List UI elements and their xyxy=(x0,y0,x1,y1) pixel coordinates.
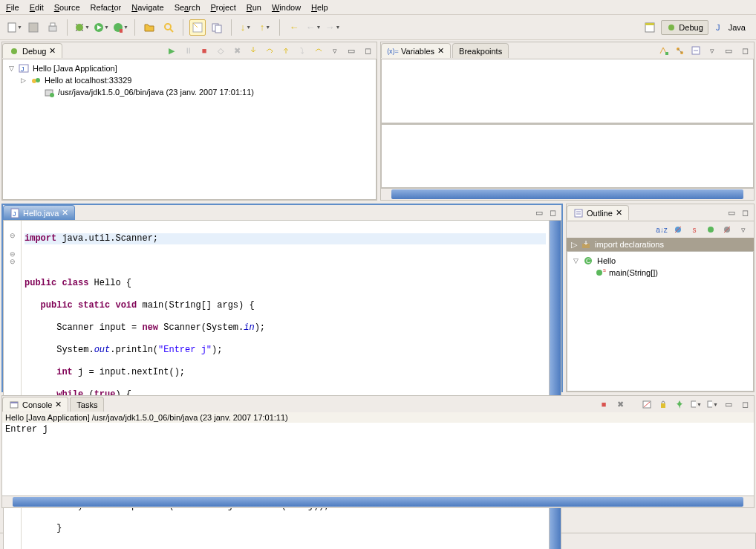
drop-to-frame-button[interactable]: ⤵ xyxy=(296,45,308,56)
hide-static-button[interactable]: s xyxy=(688,224,700,235)
save-button[interactable] xyxy=(25,19,42,36)
debug-root-row[interactable]: ▽ J Hello [Java Application] xyxy=(6,62,373,74)
horizontal-scrollbar[interactable] xyxy=(381,188,754,200)
prev-annotation-button[interactable]: ↑▼ xyxy=(257,19,273,36)
use-step-filters-button[interactable] xyxy=(313,45,325,56)
collapse-icon[interactable]: ▽ xyxy=(572,257,579,264)
scroll-lock-button[interactable] xyxy=(657,398,669,410)
maximize-button[interactable]: ◻ xyxy=(362,45,374,56)
open-console-button[interactable]: +▼ xyxy=(706,398,718,410)
svg-rect-20 xyxy=(645,23,654,25)
back-button[interactable]: ← xyxy=(286,19,302,36)
open-perspective-button[interactable] xyxy=(642,19,658,36)
expand-icon[interactable]: ▷ xyxy=(571,240,577,250)
forward-button[interactable]: →▼ xyxy=(325,19,341,36)
run-button[interactable]: ▼ xyxy=(93,19,109,36)
console-panel: Console ✕ Tasks ■ ✖ ▼ +▼ ▭ ◻ Hello [Java… xyxy=(1,395,755,508)
close-icon[interactable]: ✕ xyxy=(616,208,622,218)
next-annotation-button[interactable]: ↓▼ xyxy=(238,19,254,36)
perspective-debug-label: Debug xyxy=(679,23,703,32)
menu-file[interactable]: File xyxy=(6,3,19,12)
menu-help[interactable]: Help xyxy=(311,3,328,12)
minimize-button[interactable]: ▭ xyxy=(726,207,737,218)
console-output[interactable]: Entrer j xyxy=(2,423,754,496)
minimize-button[interactable]: ▭ xyxy=(723,398,734,410)
terminate-button[interactable]: ■ xyxy=(198,45,210,56)
perspective-debug[interactable]: Debug xyxy=(661,20,708,35)
step-into-button[interactable] xyxy=(247,45,259,56)
close-icon[interactable]: ✕ xyxy=(62,208,68,218)
variables-tab[interactable]: (x)= Variables ✕ xyxy=(381,43,451,58)
debug-tab[interactable]: Debug ✕ xyxy=(2,43,62,58)
variables-tab-label: Variables xyxy=(401,47,434,56)
horizontal-scrollbar[interactable] xyxy=(2,496,754,507)
svg-rect-30 xyxy=(665,52,668,55)
view-menu-button[interactable]: ▿ xyxy=(329,45,341,56)
collapse-all-button[interactable] xyxy=(690,45,702,56)
step-return-button[interactable] xyxy=(280,45,292,56)
menu-source[interactable]: Source xyxy=(54,3,80,12)
step-over-button[interactable] xyxy=(264,45,276,56)
skip-breakpoints-button[interactable] xyxy=(209,19,225,36)
new-button[interactable]: ▼ xyxy=(6,19,22,36)
view-menu-button[interactable]: ▿ xyxy=(706,45,718,56)
view-menu-button[interactable]: ▿ xyxy=(737,224,749,235)
debug-target-label: Hello at localhost:33329 xyxy=(45,76,131,85)
search-button[interactable] xyxy=(160,19,177,36)
sort-button[interactable]: a↓z xyxy=(656,224,668,235)
tasks-tab[interactable]: Tasks xyxy=(70,397,104,412)
hide-non-public-button[interactable] xyxy=(705,224,717,235)
hide-local-button[interactable] xyxy=(721,224,733,235)
menu-navigate[interactable]: Navigate xyxy=(131,3,163,12)
maximize-button[interactable]: ◻ xyxy=(739,45,751,56)
menu-refactor[interactable]: Refactor xyxy=(91,3,122,12)
close-icon[interactable]: ✕ xyxy=(437,46,444,56)
menu-search[interactable]: Search xyxy=(175,3,201,12)
pin-console-button[interactable] xyxy=(674,398,685,410)
close-icon[interactable]: ✕ xyxy=(55,400,62,409)
back-menu-button[interactable]: ←▼ xyxy=(305,19,322,36)
outline-imports-row[interactable]: ▷ import declarations xyxy=(567,238,754,251)
collapse-icon[interactable]: ▽ xyxy=(7,65,15,72)
svg-rect-2 xyxy=(49,26,56,31)
menu-window[interactable]: Window xyxy=(272,3,301,12)
menu-run[interactable]: Run xyxy=(247,3,261,12)
clear-console-button[interactable] xyxy=(641,398,653,410)
remove-terminated-button[interactable]: ✖ xyxy=(231,45,243,56)
outline-tab[interactable]: Outline ✕ xyxy=(567,205,629,220)
remove-launch-button[interactable]: ✖ xyxy=(614,398,626,410)
maximize-button[interactable]: ◻ xyxy=(739,207,751,218)
terminate-button[interactable]: ■ xyxy=(598,398,610,410)
close-icon[interactable]: ✕ xyxy=(49,46,56,56)
suspend-button[interactable]: ⏸ xyxy=(182,45,194,56)
disconnect-button[interactable]: ◇ xyxy=(215,45,227,56)
show-type-names-button[interactable] xyxy=(657,45,669,56)
maximize-button[interactable]: ◻ xyxy=(739,398,751,410)
outline-class-row[interactable]: ▽ C Hello xyxy=(570,255,750,267)
editor-tab[interactable]: J Hello.java ✕ xyxy=(3,205,75,220)
minimize-button[interactable]: ▭ xyxy=(533,207,545,218)
minimize-button[interactable]: ▭ xyxy=(345,45,357,56)
console-tab[interactable]: Console ✕ xyxy=(2,397,68,412)
outline-method-row[interactable]: s main(String[]) xyxy=(570,267,750,279)
svg-text:J: J xyxy=(21,65,25,73)
menu-project[interactable]: Project xyxy=(211,3,236,12)
menu-edit[interactable]: Edit xyxy=(30,3,44,12)
expand-icon[interactable]: ▷ xyxy=(19,77,27,84)
print-button[interactable] xyxy=(45,19,61,36)
debug-target-row[interactable]: ▷ Hello at localhost:33329 xyxy=(6,74,373,86)
debug-process-row[interactable]: /usr/java/jdk1.5.0_06/bin/java (23 janv.… xyxy=(6,86,373,98)
svg-rect-12 xyxy=(120,29,123,33)
toggle-breakpoint-button[interactable] xyxy=(189,19,206,36)
show-logical-button[interactable] xyxy=(674,45,685,56)
display-console-button[interactable]: ▼ xyxy=(690,398,702,410)
minimize-button[interactable]: ▭ xyxy=(723,45,734,56)
resume-button[interactable]: ▶ xyxy=(166,45,177,56)
hide-fields-button[interactable] xyxy=(672,224,684,235)
external-tools-button[interactable]: ▼ xyxy=(112,19,128,36)
maximize-button[interactable]: ◻ xyxy=(547,207,558,218)
perspective-java[interactable]: J Java xyxy=(711,21,750,34)
breakpoints-tab[interactable]: Breakpoints xyxy=(452,43,509,58)
open-type-button[interactable] xyxy=(141,19,157,36)
debug-button[interactable]: ▼ xyxy=(74,19,90,36)
